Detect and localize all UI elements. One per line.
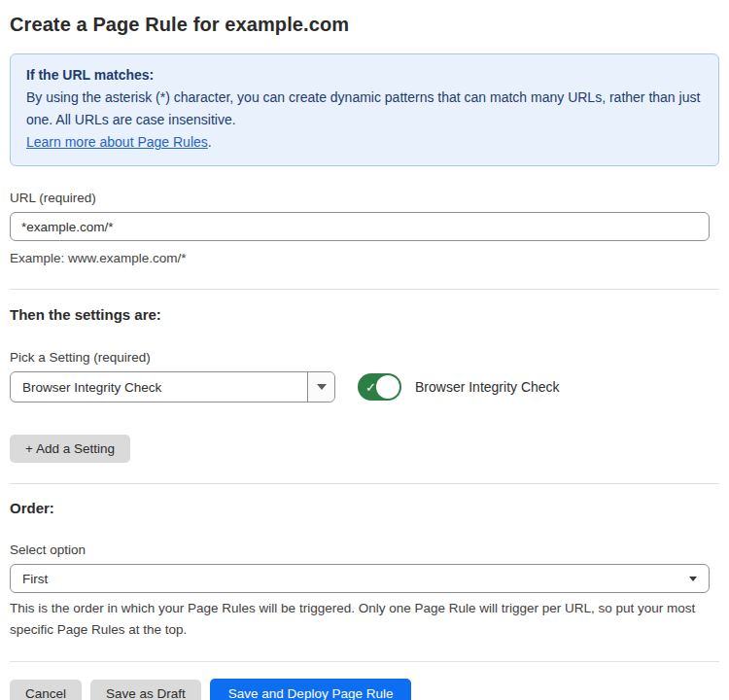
info-box-body: By using the asterisk (*) character, you… <box>26 87 703 131</box>
toggle-knob <box>376 375 399 399</box>
order-select-value: First <box>11 572 689 586</box>
create-page-rule-form: Create a Page Rule for example.com If th… <box>0 0 729 700</box>
order-select-label: Select option <box>10 542 719 557</box>
info-link-line: Learn more about Page Rules. <box>26 131 703 154</box>
chevron-down-icon <box>317 384 327 390</box>
cancel-button[interactable]: Cancel <box>10 680 82 700</box>
setting-select[interactable]: Browser Integrity Check <box>10 371 335 402</box>
action-buttons: Cancel Save as Draft Save and Deploy Pag… <box>10 679 719 700</box>
settings-section-heading: Then the settings are: <box>10 306 719 323</box>
url-input[interactable] <box>10 212 710 241</box>
info-box-heading: If the URL matches: <box>26 64 703 87</box>
setting-row: Browser Integrity Check ✓ Browser Integr… <box>10 371 719 402</box>
url-label: URL (required) <box>10 191 719 205</box>
pick-setting-label: Pick a Setting (required) <box>10 350 719 365</box>
toggle-label: Browser Integrity Check <box>415 379 560 395</box>
url-helper-text: Example: www.example.com/* <box>10 248 719 268</box>
check-icon: ✓ <box>365 381 376 394</box>
add-setting-button[interactable]: + Add a Setting <box>10 435 130 463</box>
divider <box>10 483 719 484</box>
save-draft-button[interactable]: Save as Draft <box>90 680 201 700</box>
info-link-suffix: . <box>208 134 212 150</box>
order-select[interactable]: First <box>10 564 710 593</box>
divider <box>10 289 719 290</box>
setting-toggle[interactable]: ✓ <box>358 373 401 401</box>
chevron-down-icon <box>689 577 697 581</box>
url-match-info-box: If the URL matches: By using the asteris… <box>10 53 719 166</box>
divider <box>10 661 719 662</box>
save-deploy-button[interactable]: Save and Deploy Page Rule <box>210 679 412 700</box>
select-arrow-button[interactable] <box>307 372 334 402</box>
learn-more-link[interactable]: Learn more about Page Rules <box>26 134 208 150</box>
setting-select-value: Browser Integrity Check <box>11 380 307 395</box>
order-section-heading: Order: <box>10 500 719 516</box>
order-helper-text: This is the order in which your Page Rul… <box>10 598 719 641</box>
page-title: Create a Page Rule for example.com <box>10 14 719 36</box>
